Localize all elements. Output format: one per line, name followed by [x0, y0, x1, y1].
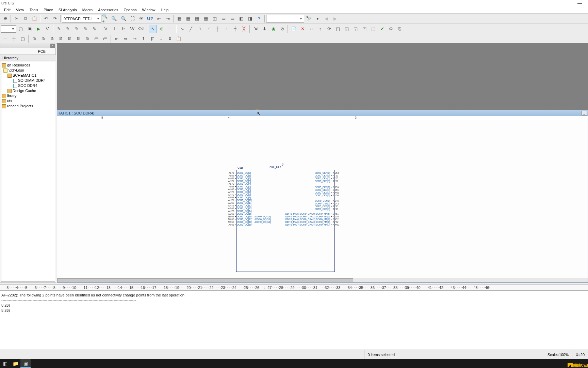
sel-a-icon[interactable]: ◰: [334, 25, 342, 33]
run-icon[interactable]: ▶: [34, 25, 43, 33]
menu-access[interactable]: Accessories: [95, 7, 121, 13]
edit-part-icon[interactable]: ▣: [26, 25, 34, 33]
pin-right[interactable]: DDR0_ODT[0]AT45: [275, 205, 343, 208]
help-icon[interactable]: ?: [255, 15, 263, 23]
prev-icon[interactable]: ◀: [322, 15, 330, 23]
menu-place[interactable]: Place: [41, 7, 56, 13]
pin-right[interactable]: DDR0_MA[5] DDR0_CAA[1] DDR0_MA[5]AU54: [275, 215, 343, 218]
menu-macro[interactable]: Macro: [80, 7, 96, 13]
place-pin-icon[interactable]: ◉: [269, 25, 277, 33]
offpage-icon[interactable]: ⬇: [260, 25, 268, 33]
net-alias-icon[interactable]: ╱: [187, 25, 195, 33]
grid-c-icon[interactable]: ▦: [193, 15, 201, 23]
menu-si[interactable]: SI Analysis: [56, 7, 80, 13]
delete-icon[interactable]: ✕: [298, 25, 307, 33]
panel-tab-file[interactable]: [0, 48, 28, 55]
pin-left[interactable]: AN69DDR0_DQ[2]: [224, 177, 251, 180]
rotate-icon[interactable]: ⟳: [325, 25, 333, 33]
grid-d-icon[interactable]: ▦: [202, 15, 210, 23]
power-icon[interactable]: ⏚: [222, 25, 230, 33]
pin-right[interactable]: DDR0_ODT[1]AT43: [275, 208, 343, 210]
tree-node[interactable]: renced Projects: [1, 104, 55, 109]
pin-right[interactable]: DDR0_CKN[1]AT55: [275, 177, 343, 180]
w-icon[interactable]: W: [128, 25, 136, 33]
wire-icon[interactable]: ↘: [178, 25, 186, 33]
menu-help[interactable]: Help: [158, 7, 172, 13]
iv-icon[interactable]: I↕: [119, 25, 128, 33]
component-u1b[interactable]: U1B SKL_UL? ? AL71DDR0_DQ[0]AL69DDR0_DQ[…: [227, 166, 340, 231]
place-wire-icon[interactable]: ─: [166, 25, 175, 33]
pin-left[interactable]: AW68DDR0_DQ[18]: [224, 221, 252, 223]
taskbar-explorer[interactable]: 📁: [10, 359, 20, 368]
menu-options[interactable]: Options: [121, 7, 140, 13]
touch-select-icon[interactable]: ▭: [228, 15, 236, 23]
pin-left[interactable]: AR70DDR0_DQ[8]: [224, 194, 251, 196]
text-icon[interactable]: 📄: [290, 25, 298, 33]
pin-right[interactable]: DDR0_CKN[0]AU53: [275, 172, 343, 174]
probe-a-icon[interactable]: ✎: [55, 25, 63, 33]
mode-combo[interactable]: ▼: [1, 25, 16, 33]
pin-right[interactable]: DDR0_CKP[0]AT53: [275, 174, 343, 177]
disable-icon[interactable]: ⊘: [278, 25, 286, 33]
tree-node[interactable]: SOC DDR4: [1, 83, 55, 88]
grid-a-icon[interactable]: ▦: [175, 15, 183, 23]
tree-node[interactable]: uts: [1, 98, 55, 104]
menu-window[interactable]: Window: [139, 7, 158, 13]
pin-right[interactable]: DDR0_CKE[2]AW55: [275, 191, 343, 194]
search-combo[interactable]: ▼: [266, 15, 304, 22]
horizontal-scrollbar[interactable]: [57, 278, 588, 282]
menu-edit[interactable]: Edit: [1, 7, 13, 13]
pin-left[interactable]: AL68DDR0_DQ[5]: [224, 185, 251, 188]
panel-subheader[interactable]: Hierarchy: [0, 55, 56, 61]
select-tool-icon[interactable]: ↖: [149, 25, 157, 33]
annotate-back-icon[interactable]: ⇤: [155, 15, 163, 23]
dropdown-icon[interactable]: ▾: [313, 15, 322, 23]
annotate-fwd-icon[interactable]: ⇥: [164, 15, 172, 23]
tree-node[interactable]: SO DIMM DDR4: [1, 78, 55, 83]
zoom-in-icon[interactable]: 🔍+: [102, 15, 110, 23]
copy-icon[interactable]: ⧉: [21, 15, 30, 23]
win-select-icon[interactable]: ▭: [219, 15, 228, 23]
redo-icon[interactable]: ↷: [51, 15, 59, 23]
zoom-out-icon[interactable]: 🔍-: [111, 15, 119, 23]
bus-icon[interactable]: ⎍: [196, 25, 204, 33]
u-turn-icon[interactable]: U?: [146, 15, 154, 23]
pin-left[interactable]: AR68DDR0_DQ[9]: [224, 196, 251, 199]
pin-right[interactable]: DDR0_MA[6] DDR0_CAA[2] DDR0_MA[6]BA52: [275, 218, 343, 220]
pin-right[interactable]: DDR0_CKE[0]BB56: [275, 186, 343, 188]
schematic-window-title[interactable]: IATIC1 : SOC DDR4) _: [57, 110, 588, 116]
menu-tools[interactable]: Tools: [27, 7, 41, 13]
zoom-area-icon[interactable]: 🔍: [119, 15, 128, 23]
menu-view[interactable]: View: [13, 7, 27, 13]
place-part-icon[interactable]: ⊕: [158, 25, 166, 33]
pin-left[interactable]: AL70DDR0_DQ[4]: [224, 183, 251, 185]
sel-c-icon[interactable]: ◲: [352, 25, 360, 33]
cut-icon[interactable]: ✂: [13, 15, 21, 23]
tree-node[interactable]: gn Resources: [1, 63, 55, 68]
v-icon[interactable]: V: [102, 25, 110, 33]
probe-c-icon[interactable]: ✎: [72, 25, 81, 33]
sel-b-icon[interactable]: ◱: [343, 25, 351, 33]
pin-right[interactable]: DDR0_MA[6] DDR0_CAA[3] DDR0_MA[6]AY52: [275, 221, 343, 223]
pin-left[interactable]: AU68DDR0_DQ[15]: [224, 213, 252, 215]
project-tree[interactable]: gn Resources\ddr4.dsnSCHEMATIC1SO DIMM D…: [1, 62, 55, 282]
binoculars-icon[interactable]: 🔭: [305, 15, 313, 23]
area-select-icon[interactable]: ◫: [211, 15, 219, 23]
paste-icon[interactable]: 📋: [30, 15, 38, 23]
pin-left[interactable]: AW69DDR0_DQ[17]: [224, 218, 252, 220]
pin-left[interactable]: AU69DDR0_DQ[11]: [224, 202, 252, 204]
sel-e-icon[interactable]: ⬚: [369, 25, 377, 33]
pin-left[interactable]: AN71DDR0_DQ[3]: [224, 180, 251, 182]
pin-left[interactable]: AR69DDR0_DQ[13]: [224, 207, 252, 210]
grid-b-icon[interactable]: ▦: [184, 15, 192, 23]
pin-left[interactable]: AU70DDR0_DQ[14]: [224, 210, 252, 212]
mirror-v-icon[interactable]: ↕: [316, 25, 324, 33]
pin-left[interactable]: AN70DDR0_DQ[7]: [224, 191, 251, 193]
tree-node[interactable]: SCHEMATIC1: [1, 73, 55, 78]
gear-icon[interactable]: ⚙: [387, 25, 395, 33]
pin-right[interactable]: DDR0_MA[7] DDR0_CAA[4] DDR0_MA[7]AW52: [275, 224, 343, 226]
sel-d-icon[interactable]: ◳: [360, 25, 369, 33]
new-part-icon[interactable]: ▢: [17, 25, 25, 33]
scrollbar-thumb[interactable]: [57, 278, 353, 282]
exit-icon[interactable]: ⎘: [396, 25, 404, 33]
